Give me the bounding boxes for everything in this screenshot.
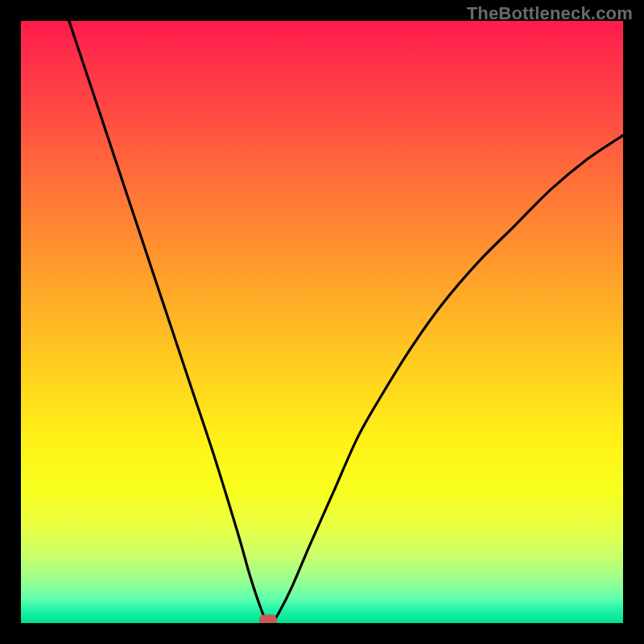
chart-frame: TheBottleneck.com [0, 0, 644, 644]
optimal-marker [259, 615, 277, 624]
bottleneck-curve [21, 21, 623, 623]
curve-path [69, 21, 623, 623]
plot-area [21, 21, 623, 623]
watermark-text: TheBottleneck.com [467, 3, 633, 24]
